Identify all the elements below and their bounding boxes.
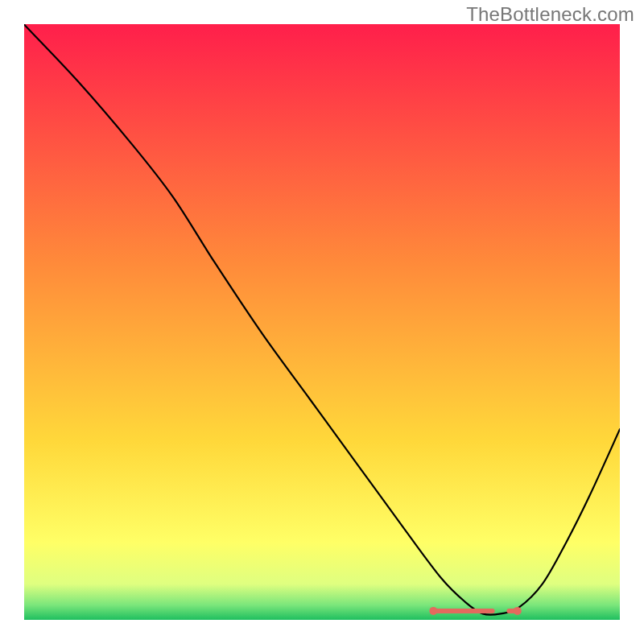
watermark-text: TheBottleneck.com — [466, 3, 634, 26]
chart-frame: TheBottleneck.com — [0, 0, 644, 644]
plot-area — [24, 24, 620, 620]
optimal-range-bar — [436, 609, 495, 613]
gradient-background — [24, 24, 620, 620]
chart-svg — [24, 24, 620, 620]
optimal-range-endpoint — [514, 607, 522, 615]
optimal-range-endpoint — [429, 607, 437, 615]
